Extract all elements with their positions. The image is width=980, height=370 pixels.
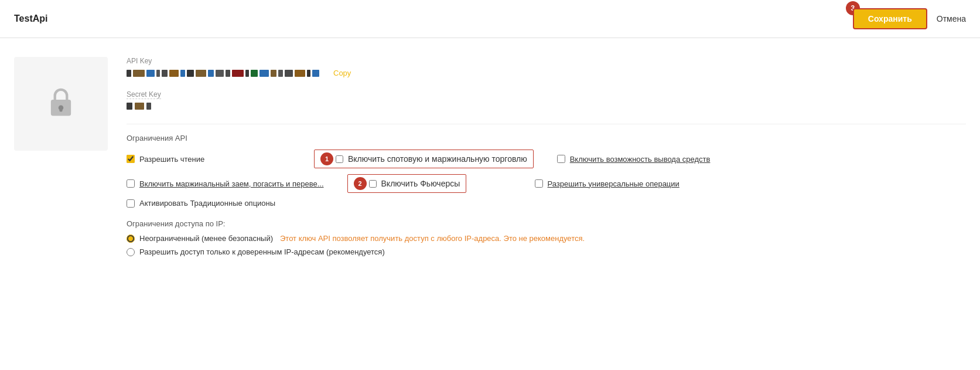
api-key-section: API Key bbox=[127, 57, 966, 77]
spot-margin-input[interactable] bbox=[336, 155, 343, 163]
col-mid: 1 Включить спотовую и маржинальную торго… bbox=[314, 150, 534, 168]
px bbox=[146, 103, 151, 110]
radio-unrestricted: Неограниченный (менее безопасный) Этот к… bbox=[127, 234, 966, 243]
margin-loan-input[interactable] bbox=[127, 179, 135, 188]
px bbox=[295, 70, 305, 77]
secret-key-label: Secret Key bbox=[127, 90, 161, 99]
px bbox=[216, 70, 224, 77]
px bbox=[169, 70, 179, 77]
right-panel: API Key bbox=[127, 57, 966, 261]
px bbox=[133, 70, 145, 77]
spot-margin-label[interactable]: Включить спотовую и маржинальную торговл… bbox=[348, 154, 527, 164]
col-right2: Разрешить универсальные операции bbox=[535, 179, 679, 188]
futures-highlighted: 2 Включить Фьючерсы bbox=[347, 174, 467, 193]
page-title: TestApi bbox=[14, 13, 47, 24]
futures-input[interactable] bbox=[369, 180, 377, 188]
api-key-row: Copy bbox=[127, 69, 966, 77]
lock-panel bbox=[14, 57, 108, 151]
api-key-label: API Key bbox=[127, 57, 966, 65]
spot-margin-highlighted: 1 Включить спотовую и маржинальную торго… bbox=[314, 150, 534, 168]
px bbox=[162, 70, 168, 77]
header-actions: 3 Сохранить Отмена bbox=[853, 8, 966, 29]
px bbox=[251, 70, 258, 77]
divider bbox=[127, 124, 966, 124]
options-input[interactable] bbox=[127, 199, 135, 208]
unrestricted-radio[interactable] bbox=[127, 235, 135, 243]
px bbox=[127, 103, 132, 110]
px bbox=[146, 70, 155, 77]
px bbox=[307, 70, 310, 77]
px bbox=[208, 70, 214, 77]
px bbox=[232, 70, 244, 77]
allow-read-input[interactable] bbox=[127, 155, 135, 163]
col-right: Включить возможность вывода средств bbox=[557, 155, 711, 164]
secret-key-section: Secret Key bbox=[127, 89, 966, 110]
options-checkbox: Активировать Традиционные опционы bbox=[127, 199, 966, 208]
px bbox=[285, 70, 293, 77]
px bbox=[226, 70, 230, 77]
universal-label[interactable]: Разрешить универсальные операции bbox=[548, 179, 679, 188]
margin-loan-label[interactable]: Включить маржинальный заем, погасить и п… bbox=[139, 179, 324, 188]
withdrawal-checkbox: Включить возможность вывода средств bbox=[557, 155, 711, 164]
checkbox-row1: Разрешить чтение 1 Включить спотовую и м… bbox=[127, 150, 966, 168]
ip-restrictions: Ограничения доступа по IP: Неограниченны… bbox=[127, 219, 966, 256]
px bbox=[187, 70, 194, 77]
allow-read-checkbox: Разрешить чтение bbox=[127, 155, 291, 164]
badge-2: 2 bbox=[354, 177, 367, 190]
cancel-button[interactable]: Отмена bbox=[937, 14, 966, 23]
api-restrictions: Ограничения API Разрешить чтение 1 Включ… bbox=[127, 134, 966, 208]
px bbox=[312, 70, 319, 77]
trusted-radio[interactable] bbox=[127, 248, 135, 256]
withdrawal-input[interactable] bbox=[557, 155, 565, 163]
px bbox=[259, 70, 269, 77]
api-key-value bbox=[127, 70, 319, 77]
px bbox=[135, 103, 144, 110]
col-left2: Включить маржинальный заем, погасить и п… bbox=[127, 179, 324, 188]
px bbox=[156, 70, 160, 77]
universal-checkbox: Разрешить универсальные операции bbox=[535, 179, 679, 188]
withdrawal-label[interactable]: Включить возможность вывода средств bbox=[570, 155, 711, 164]
unrestricted-label[interactable]: Неограниченный (менее безопасный) bbox=[139, 234, 273, 243]
api-restrictions-title: Ограничения API bbox=[127, 134, 966, 142]
px bbox=[196, 70, 206, 77]
svg-rect-2 bbox=[59, 107, 62, 111]
checkbox-row3: Активировать Традиционные опционы bbox=[127, 199, 966, 208]
futures-label[interactable]: Включить Фьючерсы bbox=[381, 179, 460, 188]
unrestricted-warning: Этот ключ API позволяет получить доступ … bbox=[280, 234, 585, 243]
badge-1: 1 bbox=[320, 152, 333, 165]
ip-restrictions-title: Ограничения доступа по IP: bbox=[127, 219, 966, 228]
universal-input[interactable] bbox=[535, 179, 543, 188]
secret-key-value bbox=[127, 103, 966, 110]
main-content: API Key bbox=[0, 38, 980, 280]
px bbox=[278, 70, 283, 77]
lock-icon bbox=[43, 86, 78, 123]
header: TestApi 3 Сохранить Отмена bbox=[0, 0, 980, 38]
save-button[interactable]: Сохранить bbox=[853, 8, 927, 29]
copy-link[interactable]: Copy bbox=[333, 69, 351, 77]
options-label[interactable]: Активировать Традиционные опционы bbox=[139, 199, 275, 208]
px bbox=[271, 70, 276, 77]
margin-loan-checkbox: Включить маржинальный заем, погасить и п… bbox=[127, 179, 324, 188]
px bbox=[245, 70, 249, 77]
allow-read-label[interactable]: Разрешить чтение bbox=[139, 155, 204, 164]
radio-trusted: Разрешить доступ только к доверенным IP-… bbox=[127, 247, 966, 256]
col-left: Разрешить чтение bbox=[127, 155, 291, 164]
trusted-label[interactable]: Разрешить доступ только к доверенным IP-… bbox=[139, 247, 385, 256]
checkbox-row2: Включить маржинальный заем, погасить и п… bbox=[127, 174, 966, 193]
px bbox=[180, 70, 185, 77]
col-mid2: 2 Включить Фьючерсы bbox=[347, 174, 511, 193]
px bbox=[127, 70, 131, 77]
